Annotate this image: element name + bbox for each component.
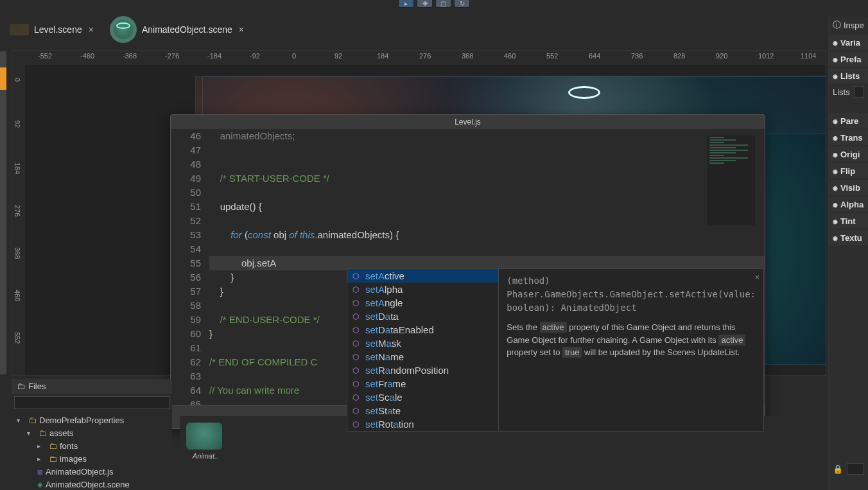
tree-item-scene[interactable]: ◉ AnimatedObject.scene — [17, 478, 167, 490]
code-line — [209, 143, 765, 157]
bullet-icon: ◉ — [833, 168, 838, 175]
file-tree[interactable]: ▾🗀 DemoPrefabProperties▾🗀 assets▸🗀 fonts… — [12, 412, 172, 490]
inspector-property[interactable]: ◉Tint — [829, 213, 868, 229]
property-label: Flip — [840, 166, 855, 176]
inspector-property[interactable]: ◉Origi — [829, 146, 868, 162]
asset-label: Animat.. — [193, 452, 218, 460]
ruler-tick: 552 — [13, 332, 21, 344]
ruler-tick: 552 — [546, 52, 558, 60]
inspector-property[interactable]: ◉Textu — [829, 230, 868, 245]
inspector-property[interactable]: ◉Visib — [829, 180, 868, 195]
tab-animated-object-scene[interactable]: AnimatedObject.scene × — [110, 16, 244, 43]
autocomplete-item[interactable]: ⬡setDataEnabled — [347, 323, 498, 337]
ruler-tick: 276 — [419, 52, 431, 60]
autocomplete-item[interactable]: ⬡setAngle — [347, 296, 498, 310]
files-tab[interactable]: 🗀 Files — [12, 379, 172, 394]
files-search-input[interactable] — [14, 396, 169, 409]
tool-pan-button[interactable]: ✥ — [417, 0, 433, 8]
tree-item-folder[interactable]: ▸🗀 images — [17, 453, 167, 466]
ruler-tick: 0 — [13, 78, 21, 82]
tree-item-folder[interactable]: ▾🗀 assets — [17, 427, 167, 440]
autocomplete-item[interactable]: ⬡setData — [347, 310, 498, 323]
chevron-icon: ▾ — [17, 414, 26, 427]
ruler-tick: 0 — [292, 52, 296, 60]
code-line: animatedObjects; — [209, 129, 765, 143]
ruler-tick: -552 — [38, 52, 52, 60]
autocomplete-list[interactable]: ⬡setActive⬡setAlpha⬡setAngle⬡setData⬡set… — [347, 269, 498, 431]
ruler-tick: -92 — [250, 52, 260, 60]
lock-input[interactable] — [847, 463, 864, 475]
code-line — [209, 157, 765, 171]
tree-item-label: assets — [49, 427, 74, 440]
top-toolbar: ▸ ✥ ▢ ↻ — [0, 0, 868, 8]
scene-object-ring — [568, 86, 600, 99]
autocomplete-popup: ⬡setActive⬡setAlpha⬡setAngle⬡setData⬡set… — [347, 268, 764, 432]
ruler-vertical: 092184276368460552 — [12, 65, 25, 375]
autocomplete-item[interactable]: ⬡setActive — [347, 269, 498, 283]
doc-body: Sets the active property of this Game Ob… — [507, 321, 756, 359]
autocomplete-item[interactable]: ⬡setFrame — [347, 377, 498, 390]
autocomplete-item[interactable]: ⬡setRotation — [347, 417, 498, 431]
folder-icon: 🗀 — [49, 453, 57, 466]
tab-label: Level.scene — [34, 24, 82, 35]
tool-rotate-button[interactable]: ↻ — [454, 0, 470, 8]
property-label: Origi — [840, 150, 860, 159]
property-label: Pare — [840, 116, 858, 126]
scene-thumb-icon — [10, 24, 29, 35]
bullet-icon: ◉ — [833, 118, 838, 125]
bullet-icon: ◉ — [833, 40, 838, 46]
tab-level-scene[interactable]: Level.scene × — [10, 24, 94, 35]
ruler-tick: 368 — [13, 247, 21, 259]
autocomplete-item[interactable]: ⬡setMask — [347, 337, 498, 350]
inspector-property[interactable]: ◉Flip — [829, 163, 868, 179]
ruler-tick: -460 — [80, 52, 94, 60]
tree-item-js[interactable]: ▧ AnimatedObject.js — [17, 466, 167, 478]
close-icon[interactable]: × — [755, 272, 759, 283]
files-icon: 🗀 — [17, 381, 25, 391]
minimap[interactable] — [707, 136, 755, 225]
section-label: Varia — [840, 38, 860, 48]
property-label: Visib — [840, 183, 860, 193]
method-icon: ⬡ — [352, 380, 361, 389]
autocomplete-item[interactable]: ⬡setState — [347, 404, 498, 417]
method-icon: ⬡ — [352, 312, 361, 321]
inspector-section[interactable]: ◉Varia — [829, 35, 868, 50]
tree-item-label: DemoPrefabProperties — [39, 414, 124, 427]
inspector-property[interactable]: ◉Pare — [829, 113, 868, 128]
property-label: Tint — [840, 216, 856, 226]
ruler-tick: 184 — [377, 52, 388, 60]
tool-pointer-button[interactable]: ▸ — [398, 0, 414, 8]
chevron-icon: ▾ — [27, 427, 36, 440]
ruler-tick: 460 — [504, 52, 516, 60]
autocomplete-item[interactable]: ⬡setScale — [347, 390, 498, 404]
lists-input[interactable] — [854, 86, 864, 98]
ruler-tick: 644 — [589, 52, 600, 60]
method-icon: ⬡ — [352, 366, 361, 375]
tree-item-folder[interactable]: ▸🗀 fonts — [17, 440, 167, 453]
inspector-property[interactable]: ◉Trans — [829, 130, 868, 145]
ruler-tick: 920 — [716, 52, 727, 60]
lists-label: Lists — [833, 87, 850, 97]
tool-select-button[interactable]: ▢ — [435, 0, 451, 8]
method-icon: ⬡ — [352, 407, 361, 416]
close-icon[interactable]: × — [239, 24, 244, 35]
asset-thumbnail[interactable]: Animat.. — [186, 423, 225, 460]
tree-item-label: fonts — [60, 440, 78, 453]
autocomplete-item[interactable]: ⬡setName — [347, 350, 498, 363]
chevron-icon: ▸ — [37, 440, 46, 453]
tree-item-label: AnimatedObject.js — [46, 466, 114, 478]
inspector-section[interactable]: ◉Lists — [829, 68, 868, 83]
doc-signature: (method) Phaser.GameObjects.GameObject.s… — [507, 274, 756, 315]
tree-item-folder[interactable]: ▾🗀 DemoPrefabProperties — [17, 414, 167, 427]
autocomplete-item[interactable]: ⬡setRandomPosition — [347, 363, 498, 377]
scene-file-icon: ◉ — [37, 478, 43, 490]
close-icon[interactable]: × — [89, 24, 94, 35]
property-label: Trans — [840, 133, 863, 143]
lock-row: 🔒 — [829, 460, 868, 477]
bullet-icon: ◉ — [833, 73, 838, 80]
prefab-icon — [186, 423, 222, 450]
autocomplete-item[interactable]: ⬡setAlpha — [347, 283, 498, 296]
inspector-section[interactable]: ◉Prefa — [829, 51, 868, 67]
inspector-property[interactable]: ◉Alpha — [829, 197, 868, 212]
ruler-tick: -184 — [207, 52, 221, 60]
